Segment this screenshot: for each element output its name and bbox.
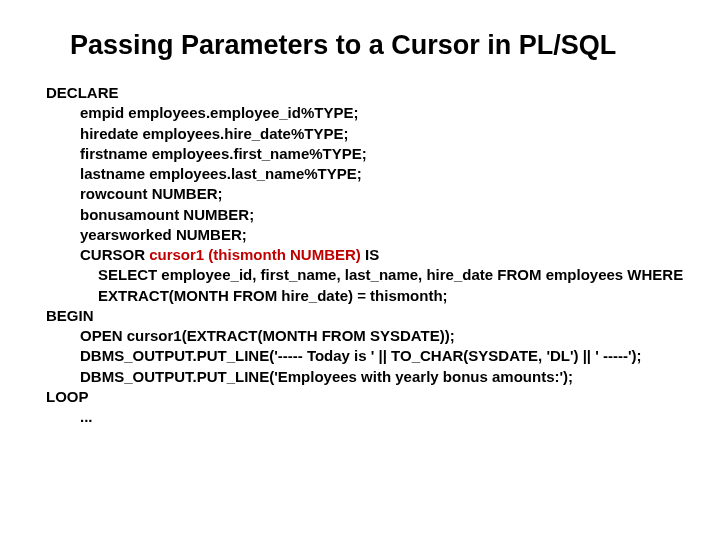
code-line: empid employees.employee_id%TYPE; — [46, 103, 720, 123]
code-line: lastname employees.last_name%TYPE; — [46, 164, 720, 184]
highlighted-text: cursor1 (thismonth NUMBER) — [149, 246, 365, 263]
code-line: DBMS_OUTPUT.PUT_LINE('Employees with yea… — [46, 367, 720, 387]
code-line: DBMS_OUTPUT.PUT_LINE('----- Today is ' |… — [46, 346, 720, 366]
slide-title: Passing Parameters to a Cursor in PL/SQL — [70, 30, 720, 61]
code-line: rowcount NUMBER; — [46, 184, 720, 204]
code-line: LOOP — [46, 387, 720, 407]
code-block: DECLARE empid employees.employee_id%TYPE… — [46, 83, 720, 427]
code-line: BEGIN — [46, 306, 720, 326]
code-line: CURSOR cursor1 (thismonth NUMBER) IS — [46, 245, 720, 265]
code-line: ... — [46, 407, 720, 427]
code-line: bonusamount NUMBER; — [46, 205, 720, 225]
code-line: EXTRACT(MONTH FROM hire_date) = thismont… — [46, 286, 720, 306]
code-line: firstname employees.first_name%TYPE; — [46, 144, 720, 164]
code-line: DECLARE — [46, 83, 720, 103]
code-line: SELECT employee_id, first_name, last_nam… — [46, 265, 720, 285]
code-line: yearsworked NUMBER; — [46, 225, 720, 245]
code-line: OPEN cursor1(EXTRACT(MONTH FROM SYSDATE)… — [46, 326, 720, 346]
code-line: hiredate employees.hire_date%TYPE; — [46, 124, 720, 144]
